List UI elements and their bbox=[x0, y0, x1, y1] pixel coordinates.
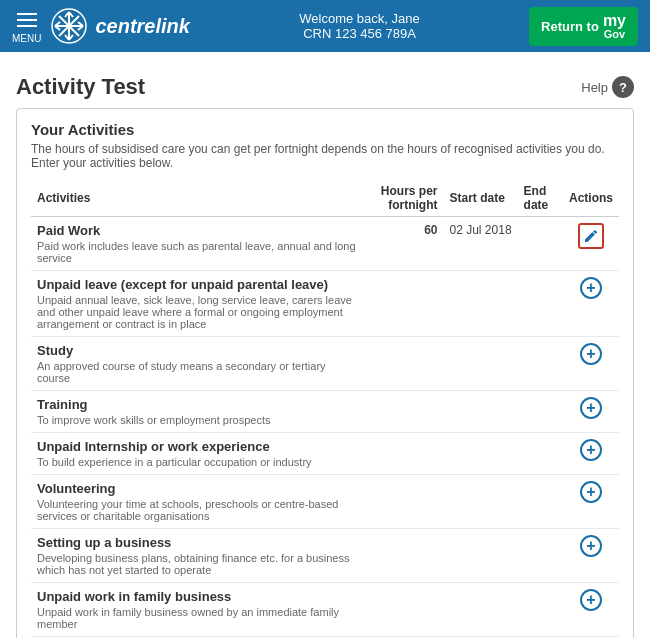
end-date-cell bbox=[518, 433, 563, 475]
hours-cell bbox=[362, 583, 443, 637]
hours-cell bbox=[362, 271, 443, 337]
actions-cell: + bbox=[563, 391, 619, 433]
table-row: Paid WorkPaid work includes leave such a… bbox=[31, 217, 619, 271]
activity-name: Study bbox=[37, 343, 356, 358]
activity-cell: TrainingTo improve work skills or employ… bbox=[31, 391, 362, 433]
hamburger-icon bbox=[13, 9, 41, 31]
end-date-cell bbox=[518, 337, 563, 391]
start-date-cell bbox=[444, 337, 518, 391]
activity-description: Paid work includes leave such as parenta… bbox=[37, 240, 356, 264]
activity-name: Unpaid work in family business bbox=[37, 589, 356, 604]
start-date-cell bbox=[444, 433, 518, 475]
actions-cell: + bbox=[563, 529, 619, 583]
col-hours: Hours per fortnight bbox=[362, 180, 443, 217]
add-button[interactable]: + bbox=[580, 397, 602, 419]
activity-name: Volunteering bbox=[37, 481, 356, 496]
activity-cell: Unpaid Internship or work experienceTo b… bbox=[31, 433, 362, 475]
page-title-row: Activity Test Help ? bbox=[16, 64, 634, 108]
table-row: Unpaid work in family businessUnpaid wor… bbox=[31, 583, 619, 637]
logo-area: centrelink bbox=[51, 8, 189, 44]
add-button[interactable]: + bbox=[580, 481, 602, 503]
add-button[interactable]: + bbox=[580, 535, 602, 557]
activities-card: Your Activities The hours of subsidised … bbox=[16, 108, 634, 638]
table-row: TrainingTo improve work skills or employ… bbox=[31, 391, 619, 433]
hours-cell bbox=[362, 337, 443, 391]
page-title: Activity Test bbox=[16, 74, 145, 100]
crn-text: CRN 123 456 789A bbox=[299, 26, 419, 41]
activity-description: Unpaid annual leave, sick leave, long se… bbox=[37, 294, 356, 330]
add-button[interactable]: + bbox=[580, 343, 602, 365]
help-icon[interactable]: ? bbox=[612, 76, 634, 98]
pencil-icon bbox=[584, 229, 598, 243]
add-button[interactable]: + bbox=[580, 277, 602, 299]
add-button[interactable]: + bbox=[580, 439, 602, 461]
activity-description: Volunteering your time at schools, presc… bbox=[37, 498, 356, 522]
help-area: Help ? bbox=[581, 76, 634, 98]
menu-button[interactable]: MENU bbox=[12, 9, 41, 44]
hours-cell bbox=[362, 475, 443, 529]
activity-cell: Unpaid leave (except for unpaid parental… bbox=[31, 271, 362, 337]
start-date-cell bbox=[444, 475, 518, 529]
card-title: Your Activities bbox=[31, 121, 619, 138]
activity-description: Developing business plans, obtaining fin… bbox=[37, 552, 356, 576]
activity-name: Setting up a business bbox=[37, 535, 356, 550]
table-row: Unpaid leave (except for unpaid parental… bbox=[31, 271, 619, 337]
table-row: Unpaid Internship or work experienceTo b… bbox=[31, 433, 619, 475]
start-date-cell: 02 Jul 2018 bbox=[444, 217, 518, 271]
header-user-info: Welcome back, Jane CRN 123 456 789A bbox=[299, 11, 419, 41]
edit-button[interactable] bbox=[578, 223, 604, 249]
activity-description: To improve work skills or employment pro… bbox=[37, 414, 356, 426]
help-label: Help bbox=[581, 80, 608, 95]
centrelink-text: centrelink bbox=[95, 15, 189, 38]
header: MENU centrelink Welcome back, Jane C bbox=[0, 0, 650, 52]
table-row: Setting up a businessDeveloping business… bbox=[31, 529, 619, 583]
activity-name: Unpaid Internship or work experience bbox=[37, 439, 356, 454]
actions-cell: + bbox=[563, 583, 619, 637]
mygov-logo: my Gov bbox=[603, 13, 626, 40]
start-date-cell bbox=[444, 391, 518, 433]
header-left: MENU centrelink bbox=[12, 8, 190, 44]
activity-description: Unpaid work in family business owned by … bbox=[37, 606, 356, 630]
start-date-cell bbox=[444, 271, 518, 337]
col-actions: Actions bbox=[563, 180, 619, 217]
hours-cell bbox=[362, 391, 443, 433]
menu-label: MENU bbox=[12, 33, 41, 44]
hours-cell bbox=[362, 529, 443, 583]
table-row: VolunteeringVolunteering your time at sc… bbox=[31, 475, 619, 529]
return-to-mygov-button[interactable]: Return to my Gov bbox=[529, 7, 638, 46]
hours-cell bbox=[362, 433, 443, 475]
hours-cell: 60 bbox=[362, 217, 443, 271]
end-date-cell bbox=[518, 475, 563, 529]
activity-cell: Paid WorkPaid work includes leave such a… bbox=[31, 217, 362, 271]
activity-name: Paid Work bbox=[37, 223, 356, 238]
card-description: The hours of subsidised care you can get… bbox=[31, 142, 619, 170]
actions-cell: + bbox=[563, 337, 619, 391]
centrelink-logo-icon bbox=[51, 8, 87, 44]
actions-cell: + bbox=[563, 271, 619, 337]
table-row: StudyAn approved course of study means a… bbox=[31, 337, 619, 391]
add-button[interactable]: + bbox=[580, 589, 602, 611]
actions-cell: + bbox=[563, 475, 619, 529]
end-date-cell bbox=[518, 391, 563, 433]
activity-description: An approved course of study means a seco… bbox=[37, 360, 356, 384]
start-date-cell bbox=[444, 583, 518, 637]
start-date-cell bbox=[444, 529, 518, 583]
activity-name: Training bbox=[37, 397, 356, 412]
actions-cell: + bbox=[563, 433, 619, 475]
activity-cell: StudyAn approved course of study means a… bbox=[31, 337, 362, 391]
main-content: Activity Test Help ? Your Activities The… bbox=[0, 52, 650, 638]
col-end-date: End date bbox=[518, 180, 563, 217]
activity-cell: VolunteeringVolunteering your time at sc… bbox=[31, 475, 362, 529]
end-date-cell bbox=[518, 583, 563, 637]
activities-table: Activities Hours per fortnight Start dat… bbox=[31, 180, 619, 638]
col-activities: Activities bbox=[31, 180, 362, 217]
return-label: Return to bbox=[541, 19, 599, 34]
activity-cell: Unpaid work in family businessUnpaid wor… bbox=[31, 583, 362, 637]
activity-name: Unpaid leave (except for unpaid parental… bbox=[37, 277, 356, 292]
actions-cell bbox=[563, 217, 619, 271]
welcome-text: Welcome back, Jane bbox=[299, 11, 419, 26]
end-date-cell bbox=[518, 529, 563, 583]
end-date-cell bbox=[518, 271, 563, 337]
col-start-date: Start date bbox=[444, 180, 518, 217]
activity-description: To build experience in a particular occu… bbox=[37, 456, 356, 468]
